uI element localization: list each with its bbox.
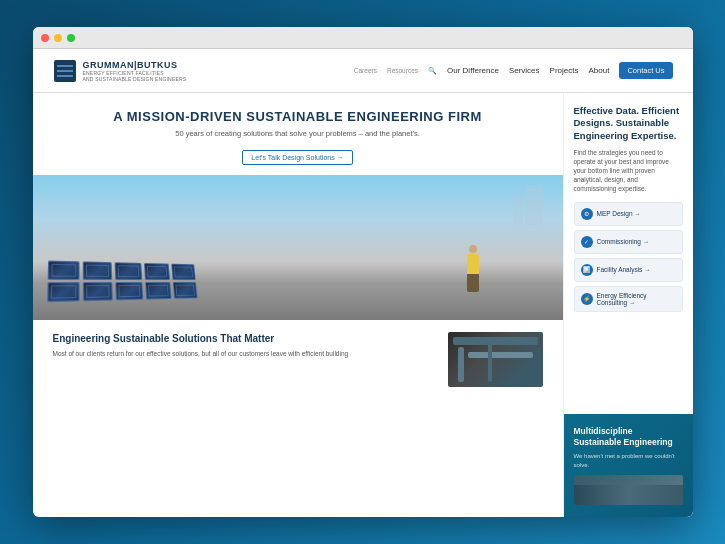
building-silhouette xyxy=(574,485,683,505)
logo-subtitle: ENERGY EFFICIENT FACILITIESAND SUSTAINAB… xyxy=(83,70,187,82)
solar-panel xyxy=(171,264,196,280)
energy-label: Energy Efficiency Consulting → xyxy=(597,292,676,306)
bottom-section: Engineering Sustainable Solutions That M… xyxy=(33,320,563,387)
hero-cta-button[interactable]: Let's Talk Design Solutions → xyxy=(242,150,352,165)
sidebar-top: Effective Data. Efficient Designs. Susta… xyxy=(564,93,693,414)
solar-panel-array xyxy=(47,261,198,303)
maximize-dot[interactable] xyxy=(67,34,75,42)
sidebar-bottom-image xyxy=(574,475,683,505)
bottom-section-title: Engineering Sustainable Solutions That M… xyxy=(53,332,436,345)
website: GRUMMAN|BUTKUS ENERGY EFFICIENT FACILITI… xyxy=(33,49,693,517)
nav-link-projects[interactable]: Projects xyxy=(550,66,579,75)
browser-window: GRUMMAN|BUTKUS ENERGY EFFICIENT FACILITI… xyxy=(33,27,693,517)
worker-head xyxy=(469,245,477,253)
hero-section: A MISSION-DRIVEN SUSTAINABLE ENGINEERING… xyxy=(33,93,563,175)
bottom-section-text: Most of our clients return for our effec… xyxy=(53,349,436,358)
background-structure xyxy=(525,185,543,225)
bottom-image xyxy=(448,332,543,387)
hero-subtitle: 50 years of creating solutions that solv… xyxy=(63,129,533,138)
left-main: A MISSION-DRIVEN SUSTAINABLE ENGINEERING… xyxy=(33,93,563,517)
main-content: A MISSION-DRIVEN SUSTAINABLE ENGINEERING… xyxy=(33,93,693,517)
worker-figure xyxy=(463,245,483,295)
solar-panel xyxy=(143,263,169,280)
service-commissioning[interactable]: ✓ Commissioning → xyxy=(574,230,683,254)
logo: GRUMMAN|BUTKUS ENERGY EFFICIENT FACILITI… xyxy=(53,59,187,83)
solar-panel xyxy=(172,282,197,299)
mep-label: MEP Design → xyxy=(597,210,676,217)
pipe-vertical-2 xyxy=(488,342,492,382)
nav-links: Careers Resources 🔍 Our Difference Servi… xyxy=(354,62,673,79)
solar-panel xyxy=(114,262,142,280)
energy-icon: ⚡ xyxy=(581,293,593,305)
background-structure-2 xyxy=(513,195,523,225)
worker-body xyxy=(467,254,479,274)
hero-title: A MISSION-DRIVEN SUSTAINABLE ENGINEERING… xyxy=(63,109,533,124)
right-sidebar: Effective Data. Efficient Designs. Susta… xyxy=(563,93,693,517)
facility-label: Facility Analysis → xyxy=(597,266,676,273)
nav-link-difference[interactable]: Our Difference xyxy=(447,66,499,75)
solar-panel xyxy=(47,261,79,280)
navigation: GRUMMAN|BUTKUS ENERGY EFFICIENT FACILITI… xyxy=(33,49,693,93)
sidebar-description: Find the strategies you need to operate … xyxy=(574,148,683,193)
logo-company-name: GRUMMAN|BUTKUS xyxy=(83,60,187,70)
solar-panel xyxy=(82,261,111,280)
contact-button[interactable]: Contact Us xyxy=(619,62,672,79)
nav-link-services[interactable]: Services xyxy=(509,66,540,75)
search-icon[interactable]: 🔍 xyxy=(428,67,437,75)
service-facility-analysis[interactable]: 📊 Facility Analysis → xyxy=(574,258,683,282)
mep-icon: ⚙ xyxy=(581,208,593,220)
pipe-horizontal-2 xyxy=(468,352,533,358)
logo-text: GRUMMAN|BUTKUS ENERGY EFFICIENT FACILITI… xyxy=(83,60,187,82)
solar-panel xyxy=(115,282,143,300)
hero-image xyxy=(33,175,563,320)
nav-link-resources[interactable]: Resources xyxy=(387,67,418,74)
facility-icon: 📊 xyxy=(581,264,593,276)
sidebar-heading: Effective Data. Efficient Designs. Susta… xyxy=(574,105,683,142)
service-energy-consulting[interactable]: ⚡ Energy Efficiency Consulting → xyxy=(574,286,683,312)
sidebar-bottom-text: We haven't met a problem we couldn't sol… xyxy=(574,452,683,469)
sidebar-bottom-title: Multidiscipline Sustainable Engineering xyxy=(574,426,683,448)
minimize-dot[interactable] xyxy=(54,34,62,42)
commissioning-icon: ✓ xyxy=(581,236,593,248)
solar-panel xyxy=(47,282,80,302)
pipe-vertical xyxy=(458,347,464,382)
hero-cta-label: Let's Talk Design Solutions → xyxy=(251,154,343,161)
bottom-left-content: Engineering Sustainable Solutions That M… xyxy=(53,332,436,387)
sidebar-bottom-card: Multidiscipline Sustainable Engineering … xyxy=(564,414,693,517)
nav-link-about[interactable]: About xyxy=(588,66,609,75)
nav-link-careers[interactable]: Careers xyxy=(354,67,377,74)
solar-panel xyxy=(82,282,112,301)
logo-icon xyxy=(53,59,77,83)
browser-chrome xyxy=(33,27,693,49)
worker-legs xyxy=(467,274,479,292)
solar-panel xyxy=(145,282,171,300)
pipe-horizontal xyxy=(453,337,538,345)
commissioning-label: Commissioning → xyxy=(597,238,676,245)
service-mep-design[interactable]: ⚙ MEP Design → xyxy=(574,202,683,226)
close-dot[interactable] xyxy=(41,34,49,42)
